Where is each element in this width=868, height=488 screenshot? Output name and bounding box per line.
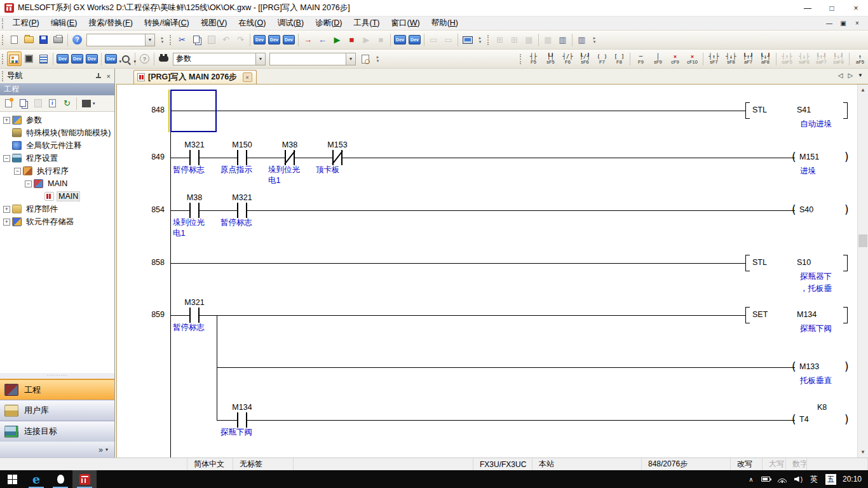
- coil-operand[interactable]: T4: [799, 415, 809, 424]
- coil-operand[interactable]: S40: [799, 205, 813, 214]
- monitor-stop-icon[interactable]: ■: [344, 32, 359, 47]
- tab-list-icon[interactable]: ▼: [858, 72, 863, 78]
- pulse-contact-button[interactable]: ┤↑├sF7: [705, 51, 722, 67]
- scrollbar-thumb[interactable]: [858, 234, 867, 247]
- redo-icon[interactable]: ↷: [233, 32, 248, 47]
- instruction-operand[interactable]: S41: [797, 105, 811, 114]
- tree-expander-icon[interactable]: +: [3, 219, 10, 226]
- note-edit-icon[interactable]: ▭: [441, 32, 456, 47]
- tree-expander-icon[interactable]: −: [14, 168, 21, 175]
- tree-item-[interactable]: +程序部件: [0, 203, 114, 215]
- nav-button-lib[interactable]: 用户库: [0, 400, 114, 421]
- start-button[interactable]: [0, 470, 24, 488]
- menu-item-w[interactable]: 窗口(W): [385, 17, 425, 30]
- cut-icon[interactable]: ✂: [175, 32, 189, 47]
- help-2-icon[interactable]: [137, 51, 152, 66]
- help-icon[interactable]: [70, 32, 85, 47]
- pulse-fall-contact-button[interactable]: ┤↓├sF8: [722, 51, 740, 67]
- combo-arrow-icon[interactable]: ▼: [145, 34, 154, 46]
- window-select-combo[interactable]: ▼: [269, 53, 356, 65]
- navigation-toggle-icon[interactable]: [7, 51, 22, 66]
- menu-item-p[interactable]: 工程(P): [7, 17, 45, 30]
- data-property-icon[interactable]: [45, 96, 60, 111]
- open-branch-button[interactable]: ┞┦sF5: [542, 51, 559, 67]
- tree-item-[interactable]: +参数: [0, 114, 114, 126]
- toolbar-overflow-icon[interactable]: ▸▾: [590, 32, 599, 48]
- pulse-fall-branch-button[interactable]: ┞↓┦aF8: [757, 51, 774, 67]
- instruction-mnemonic[interactable]: SET: [752, 310, 768, 319]
- wifi-icon[interactable]: [774, 470, 790, 488]
- output-window-icon[interactable]: [36, 51, 51, 66]
- copy-icon[interactable]: [189, 32, 204, 47]
- taskbar-edge[interactable]: e: [24, 470, 48, 488]
- vertical-scrollbar[interactable]: ▲ ▼: [857, 85, 868, 458]
- nav-button-proj[interactable]: 工程: [0, 379, 114, 400]
- verify-with-plc-icon[interactable]: [281, 32, 296, 47]
- menu-item-f[interactable]: 搜索/替换(F): [83, 17, 138, 30]
- coil-operand[interactable]: M151: [799, 152, 819, 161]
- label-declare-icon[interactable]: ▦: [541, 32, 555, 47]
- ladder-block-1-icon[interactable]: ⊞: [492, 32, 507, 47]
- device-monitor-2-icon[interactable]: [407, 32, 422, 47]
- tree-item-[interactable]: 全局软元件注释: [0, 139, 114, 152]
- monitor-read-icon[interactable]: ←: [315, 32, 330, 47]
- close-branch-button[interactable]: ┞/┦sF6: [576, 51, 593, 67]
- tree-item-[interactable]: +软元件存储器: [0, 215, 114, 228]
- tree-item-[interactable]: 特殊模块(智能功能模块): [0, 126, 114, 139]
- invert-rise-button[interactable]: ↑aF5: [851, 51, 868, 67]
- find-replace-icon[interactable]: [156, 51, 171, 66]
- sort-filter-icon[interactable]: [79, 96, 93, 111]
- taskbar-gxworks[interactable]: [72, 470, 97, 488]
- clock[interactable]: 20:10: [840, 475, 868, 484]
- combo-arrow-icon[interactable]: ▼: [346, 53, 355, 65]
- monitor-pause-icon[interactable]: ▶: [359, 32, 374, 47]
- menu-item-c[interactable]: 转换/编译(C): [139, 17, 195, 30]
- delete-vertical-line-button[interactable]: ×cF10: [684, 51, 701, 67]
- label-jump-icon[interactable]: ▥: [555, 32, 570, 47]
- nav-close-icon[interactable]: ×: [107, 72, 111, 80]
- function-block-selection-icon[interactable]: [22, 51, 36, 66]
- tree-item-[interactable]: −执行程序: [0, 165, 114, 177]
- undo-icon[interactable]: ↶: [219, 32, 233, 47]
- display-format-icon[interactable]: ▾: [104, 51, 118, 66]
- read-from-plc-icon[interactable]: [267, 32, 281, 47]
- find-in-data-icon[interactable]: [358, 51, 372, 66]
- delete-horizontal-line-button[interactable]: ×cF9: [667, 51, 684, 67]
- coil-button[interactable]: ( )F7: [593, 51, 611, 67]
- tab-close-icon[interactable]: ×: [243, 72, 252, 82]
- tab-prev-icon[interactable]: ◁: [838, 72, 843, 79]
- tray-expand-icon[interactable]: ∧: [745, 470, 757, 488]
- nav-button-conn[interactable]: 连接目标: [0, 421, 114, 442]
- tree-item-main[interactable]: −MAIN: [0, 177, 114, 190]
- splitter-handle[interactable]: ·········: [0, 373, 114, 379]
- toolbar-overflow-icon[interactable]: ▸▾: [158, 32, 166, 48]
- open-contact-button[interactable]: ┤├F5: [525, 51, 542, 67]
- menu-item-e[interactable]: 编辑(E): [45, 17, 83, 30]
- monitor-start-icon[interactable]: ▶: [330, 32, 344, 47]
- new-project-icon[interactable]: [7, 32, 22, 47]
- monitor-write-icon[interactable]: →: [301, 32, 315, 47]
- instruction-operand[interactable]: M134: [797, 310, 817, 319]
- pulse-fall-not-branch-button[interactable]: ┞↓┦saF8: [830, 51, 847, 67]
- pulse-fall-not-contact-button[interactable]: ┤↓├saF6: [796, 51, 813, 67]
- instruction-mnemonic[interactable]: STL: [752, 105, 767, 114]
- combo-arrow-icon[interactable]: ▼: [255, 53, 265, 65]
- scroll-up-icon[interactable]: ▲: [858, 85, 868, 95]
- note-display-icon[interactable]: [85, 51, 99, 66]
- minimize-icon[interactable]: —: [796, 0, 820, 16]
- ladder-canvas[interactable]: 848STLS41自动进垛849M321暂停标志M150原点指示M38垛到位光电…: [117, 85, 857, 458]
- vertical-line-button[interactable]: │sF9: [649, 51, 667, 67]
- tree-expander-icon[interactable]: +: [3, 117, 10, 124]
- restore-icon[interactable]: □: [820, 0, 844, 16]
- tab-next-icon[interactable]: ▷: [848, 72, 853, 79]
- close-contact-button[interactable]: ┤/├F6: [559, 51, 576, 67]
- child-close-icon[interactable]: ×: [850, 20, 864, 27]
- device-comment-display-icon[interactable]: [55, 51, 70, 66]
- tree-item-main[interactable]: MAIN: [0, 190, 114, 203]
- tab-main-program[interactable]: [PRG]写入 MAIN 2076步 ×: [133, 70, 257, 84]
- tree-expander-icon[interactable]: +: [3, 206, 10, 213]
- taskbar-messenger[interactable]: [48, 470, 72, 488]
- instruction-operand[interactable]: S10: [797, 258, 811, 267]
- toolbar-overflow-icon[interactable]: ▸▾: [476, 32, 484, 48]
- application-instruction-button[interactable]: [ ]F8: [611, 51, 628, 67]
